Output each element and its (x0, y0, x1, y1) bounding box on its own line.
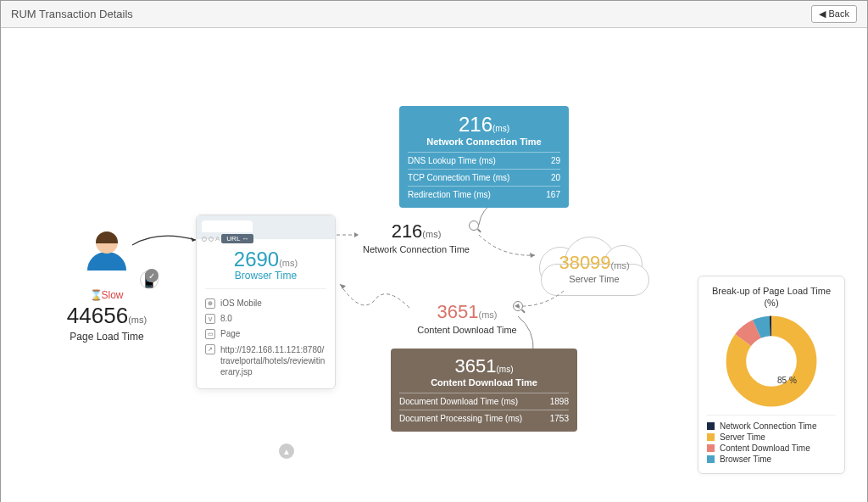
legend-swatch-icon (707, 455, 715, 463)
page-load-time-label: Page Load Time (52, 331, 162, 343)
network-card: 216(ms) Network Connection Time DNS Look… (399, 106, 569, 208)
server-time-value: 38099(ms) (531, 252, 658, 274)
table-row: DNS Lookup Time (ms)29 (408, 152, 560, 169)
server-node: 38099(ms) Server Time (526, 231, 662, 299)
chart-legend: Network Connection Time Server Time Cont… (707, 415, 836, 465)
meta-device: ⊕iOS Mobile (205, 296, 326, 311)
back-button[interactable]: ◀ Back (811, 5, 857, 23)
donut-center-label: 85 % (777, 376, 797, 385)
content-download-label: Content Download Time (403, 325, 531, 335)
expand-user-icon[interactable]: ✓ (145, 269, 159, 282)
browser-card: A URL ↔ 2690(ms) Browser Time ⊕iOS Mobil… (196, 215, 336, 389)
content-download-value: 3651(ms) (403, 301, 531, 323)
meta-version: V8.0 (205, 311, 326, 326)
table-row: Document Processing Time (ms)1753 (399, 410, 569, 427)
meta-type: ▭Page (205, 326, 326, 342)
magnify-network-icon[interactable] (469, 220, 479, 231)
table-row: Redirection Time (ms)167 (408, 186, 560, 203)
network-card-value: 216(ms) (408, 113, 560, 137)
browser-meta-list: ⊕iOS Mobile V8.0 ▭Page ↗http://192.168.1… (205, 288, 326, 380)
app-window: RUM Transaction Details ◀ Back 📱 ✓ ⌛Slow… (0, 0, 868, 502)
breakup-chart-card: Break-up of Page Load Time (%) 85 % Netw… (698, 276, 845, 474)
table-row: TCP Connection Time (ms)20 (408, 169, 560, 186)
legend-item: Browser Time (707, 454, 836, 465)
page-icon: ▭ (205, 329, 215, 339)
network-card-label: Network Connection Time (408, 137, 560, 147)
browser-chrome-icon: A URL ↔ (197, 215, 335, 239)
header-bar: RUM Transaction Details ◀ Back (1, 1, 867, 28)
page-load-time-value: 44656(ms) (52, 303, 162, 329)
browser-time-label: Browser Time (205, 270, 326, 282)
content-card-value: 3651(ms) (399, 355, 569, 377)
diagram-canvas: 📱 ✓ ⌛Slow 44656(ms) Page Load Time A URL… (1, 28, 867, 502)
donut-chart: 85 % (725, 315, 818, 408)
meta-url: ↗http://192.168.11.121:8780/travelportal… (205, 342, 326, 380)
legend-item: Content Download Time (707, 443, 836, 454)
magnify-content-icon[interactable] (513, 301, 523, 311)
chart-title: Break-up of Page Load Time (%) (707, 285, 836, 310)
content-download-node: 3651(ms) Content Download Time (403, 299, 531, 335)
nav-back-icon (202, 237, 207, 242)
legend-swatch-icon (707, 444, 715, 452)
status-badge: ⌛Slow (52, 289, 162, 301)
content-card: 3651(ms) Content Download Time Document … (391, 349, 577, 432)
table-row: Document Download Time (ms)1898 (399, 393, 569, 410)
server-time-label: Server Time (531, 274, 658, 284)
network-time-value: 216(ms) (357, 220, 476, 243)
version-icon: V (205, 314, 215, 324)
legend-swatch-icon (707, 422, 715, 430)
content-card-label: Content Download Time (399, 377, 569, 388)
user-avatar-icon: 📱 ✓ (84, 231, 130, 277)
legend-item: Network Connection Time (707, 421, 836, 432)
network-time-label: Network Connection Time (357, 244, 476, 255)
nav-forward-icon (209, 237, 214, 242)
url-pill: URL ↔ (221, 234, 253, 243)
collapse-browser-button[interactable]: ▲ (279, 443, 294, 459)
user-node: 📱 ✓ ⌛Slow 44656(ms) Page Load Time (52, 231, 162, 343)
cloud-icon: 38099(ms) Server Time (531, 231, 658, 299)
network-time-node: 216(ms) Network Connection Time (357, 219, 476, 255)
hourglass-icon: ⌛ (90, 289, 98, 298)
legend-swatch-icon (707, 433, 715, 441)
link-icon: ↗ (205, 344, 215, 354)
globe-icon: ⊕ (205, 298, 215, 309)
arrow-content-to-browser (335, 277, 415, 316)
browser-time-value: 2690(ms) (205, 248, 326, 271)
back-button-label: Back (829, 8, 849, 19)
page-title: RUM Transaction Details (11, 8, 133, 20)
legend-item: Server Time (707, 432, 836, 443)
